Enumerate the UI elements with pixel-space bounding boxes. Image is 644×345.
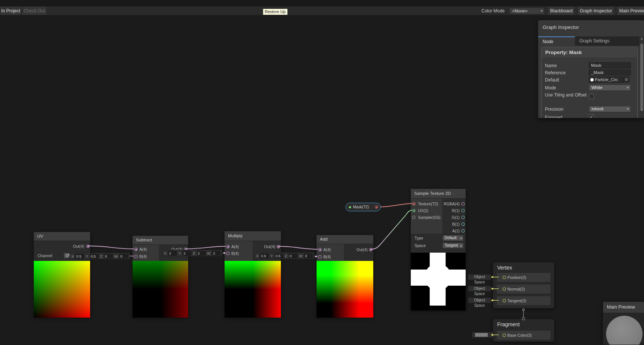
y-value-field[interactable]: 0.5 [90,254,99,259]
object-picker-icon[interactable]: ⊙ [623,77,629,82]
tangent-port[interactable] [503,299,506,303]
tab-graph-settings[interactable]: Graph Settings [575,36,614,46]
add-b-vector-fields[interactable]: X0.5 Y0.5 Z0 W0 [254,252,314,259]
add-b-port[interactable] [318,255,322,259]
z-value-field[interactable]: 0 [289,253,298,258]
tangent-block-row[interactable]: Tangent(3) [497,296,550,305]
subtract-a-port[interactable] [134,248,138,251]
subtract-b-vector-fields[interactable]: X0.5 Y0.5 Z0 W0 [69,253,130,259]
main-preview-panel[interactable]: Main Preview [603,301,644,345]
graph-inspector-toggle-button[interactable]: Graph Inspector [578,7,614,15]
inspector-scrollbar[interactable]: ▲ ▼ [639,36,644,118]
node-subtract[interactable]: Subtract A(4) B(4) Out(4) [132,235,189,317]
node-add[interactable]: Add A(4) B(4) Out(4) [316,235,374,317]
g-out-port[interactable] [462,216,465,219]
x-value-field[interactable]: 2 [168,251,177,256]
a-out-port[interactable] [462,229,465,233]
base-color-block-row[interactable]: Base Color(3) [497,331,550,340]
x-value-field[interactable]: 0.5 [75,254,84,259]
uv-out-port[interactable] [86,245,90,248]
restore-up-tooltip: Restore Up [263,9,288,15]
port-label-out: Out(4) [73,244,84,249]
check-out-button[interactable]: Check Out [22,7,47,15]
scroll-up-icon[interactable]: ▲ [639,36,644,41]
reference-input[interactable]: _Mask [589,69,631,75]
tiling-offset-checkbox[interactable] [589,94,594,99]
texture-name: Particle_Circ [595,77,623,82]
preview-body [603,313,644,345]
node-sample-texture-2d[interactable]: Sample Texture 2D Texture(T2) UV(2) Samp… [410,188,466,310]
panel-title: Main Preview [603,302,644,313]
in-project-button[interactable]: In Project [0,7,21,15]
z-label: Z [193,251,196,255]
port-label-r: R(1) [452,208,460,213]
multiply-b-port[interactable] [226,252,230,255]
precision-dropdown[interactable]: Inherit [589,106,631,112]
r-out-port[interactable] [462,209,465,212]
z-value-field[interactable]: 0 [104,254,113,259]
w-value-field[interactable]: 0 [304,253,313,258]
default-texture-field[interactable]: Particle_Circ ⊙ [589,77,629,83]
x-value-field[interactable]: 0.5 [260,253,269,258]
rgba-out-port[interactable] [462,202,465,206]
graph-inspector-panel[interactable]: Graph Inspector Node Settings Graph Sett… [538,20,644,118]
position-block-row[interactable]: Position(3) [497,273,550,282]
uv-node-preview [34,261,90,318]
vertex-block[interactable]: Vertex Position(3) Normal(3) Tangent(3) [493,262,555,309]
mask-out-port[interactable] [375,205,378,209]
port-label-sampler: Sampler(SS) [418,215,440,220]
y-value-field[interactable]: 2 [182,251,192,256]
object-space-tag[interactable]: Object Space [468,274,491,280]
scrollbar-thumb[interactable] [640,44,643,110]
node-uv[interactable]: UV Out(4) Channel UV0 [33,232,90,317]
block-title: Vertex [497,265,512,271]
mask-property-node[interactable]: Mask(T2) [345,203,381,211]
normal-port[interactable] [503,288,506,291]
node-title: Multiply [225,231,281,241]
node-title: Add [317,235,373,244]
scroll-down-icon[interactable]: ▼ [639,108,644,113]
object-space-tag[interactable]: Object Space [468,286,491,292]
object-space-tag[interactable]: Object Space [468,297,491,303]
node-title: Subtract [133,236,188,245]
blackboard-toggle-button[interactable]: Blackboard [548,7,575,15]
y-value-field[interactable]: 0.5 [274,253,284,258]
graph-toolbar: In Project Check Out Color Mode <None> B… [0,6,644,15]
z-value-field[interactable]: 2 [197,251,206,256]
name-input[interactable]: Mask [589,62,631,68]
base-color-port[interactable] [503,334,506,337]
texture-in-port[interactable] [412,202,416,206]
port-label-a: A(4) [139,247,147,252]
b-out-port[interactable] [462,223,465,226]
node-multiply[interactable]: Multiply A(4) B(4) Out(4) [224,231,281,317]
multiply-out-port[interactable] [277,245,280,249]
base-color-swatch-tag[interactable] [472,332,494,338]
w-value-field[interactable]: 0 [119,254,128,259]
panel-title: Graph Inspector [543,24,579,30]
multiply-a-port[interactable] [226,245,230,249]
subtract-b-port[interactable] [134,255,138,258]
mask-texture-preview [411,253,466,310]
sampler-in-port[interactable] [412,216,416,219]
multiply-b-vector-fields[interactable]: X2 Y2 Z2 W2 [162,250,222,256]
normal-block-row[interactable]: Normal(3) [497,285,550,294]
add-out-port[interactable] [369,248,373,252]
reference-label: Reference [545,70,587,75]
color-mode-dropdown[interactable]: <None> [509,8,544,14]
uv-in-port[interactable] [412,209,416,212]
node-title: UV [34,232,90,241]
w-value-field[interactable]: 2 [212,251,221,256]
type-label: Type [415,236,423,240]
main-preview-toggle-button[interactable]: Main Preview [617,7,644,15]
fragment-block[interactable]: Fragment Base Color(3) [493,319,555,342]
x-label: X [71,254,74,258]
exposed-checkbox[interactable]: ✓ [589,114,594,118]
mode-dropdown[interactable]: White [589,84,631,91]
tab-node-settings[interactable]: Node Settings [538,36,575,46]
add-a-port[interactable] [318,248,322,252]
space-dropdown[interactable]: Tangent [442,243,464,249]
port-label-texture: Texture(T2) [418,202,438,206]
z-label: Z [100,254,103,258]
position-port[interactable] [503,276,506,279]
type-dropdown[interactable]: Default [442,235,464,241]
